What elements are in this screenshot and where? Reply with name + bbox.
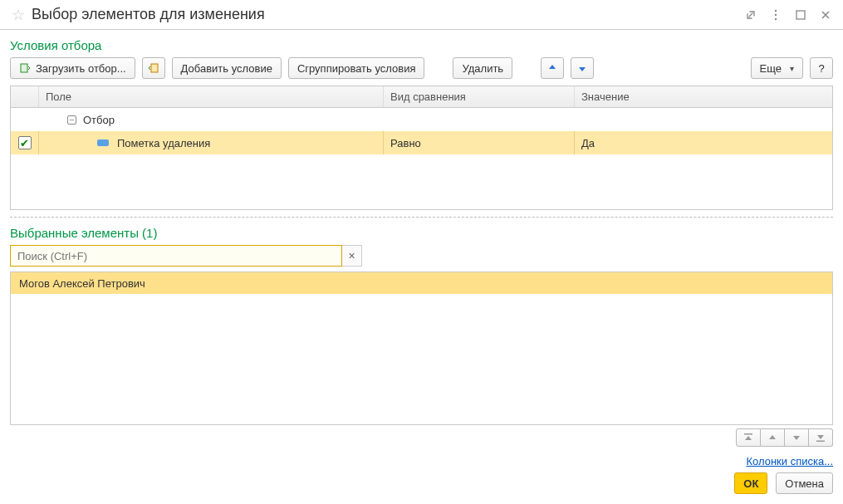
- import-icon: [19, 62, 31, 74]
- search-input[interactable]: [10, 245, 342, 267]
- row-compare: [384, 108, 575, 131]
- table-row[interactable]: Пометка удаления Равно Да: [11, 131, 832, 154]
- more-label: Еще: [760, 62, 782, 75]
- group-conditions-button[interactable]: Сгруппировать условия: [288, 57, 425, 79]
- maximize-icon[interactable]: [792, 6, 810, 24]
- svg-rect-4: [21, 64, 27, 72]
- move-top-button[interactable]: [736, 428, 761, 447]
- move-up-list-button[interactable]: [761, 428, 785, 447]
- ok-label: ОК: [743, 477, 758, 490]
- filter-table-header: Поле Вид сравнения Значение: [11, 86, 832, 108]
- field-icon: [97, 139, 109, 146]
- header-value[interactable]: Значение: [575, 86, 832, 107]
- row-field: Отбор: [83, 114, 115, 126]
- filter-table: Поле Вид сравнения Значение – Отбор: [10, 86, 833, 210]
- list-item-label: Могов Алексей Петрович: [19, 277, 145, 290]
- clear-search-button[interactable]: ×: [342, 245, 362, 267]
- svg-point-0: [775, 9, 777, 11]
- columns-link[interactable]: Колонки списка...: [746, 455, 833, 467]
- header-checkbox-col: [11, 86, 39, 107]
- load-filter-label: Загрузить отбор...: [36, 62, 126, 75]
- help-label: ?: [818, 62, 824, 75]
- close-icon[interactable]: [816, 6, 835, 24]
- header-compare[interactable]: Вид сравнения: [384, 86, 575, 107]
- add-condition-label: Добавить условие: [181, 62, 272, 75]
- move-down-list-button[interactable]: [785, 428, 809, 447]
- row-field: Пометка удаления: [117, 137, 210, 149]
- dialog-footer: ОК Отмена: [10, 472, 833, 494]
- svg-rect-3: [796, 11, 805, 19]
- export-icon: [148, 62, 159, 74]
- section-divider: [10, 217, 833, 218]
- load-filter-button[interactable]: Загрузить отбор...: [10, 57, 135, 79]
- arrow-down-icon: [577, 63, 587, 73]
- row-compare: Равно: [384, 131, 575, 154]
- save-filter-button[interactable]: [142, 57, 165, 79]
- filter-section-title: Условия отбора: [10, 38, 833, 52]
- sort-controls: [10, 428, 833, 447]
- header-field[interactable]: Поле: [39, 86, 384, 107]
- cancel-label: Отмена: [785, 477, 824, 490]
- table-row[interactable]: – Отбор: [11, 108, 832, 131]
- list-item[interactable]: Могов Алексей Петрович: [11, 272, 832, 294]
- arrow-up-icon: [547, 63, 557, 73]
- row-checkbox[interactable]: [18, 136, 32, 149]
- collapse-icon[interactable]: –: [67, 115, 76, 125]
- row-value: [575, 108, 832, 131]
- titlebar: ☆ Выбор элементов для изменения: [0, 0, 843, 30]
- window-title: Выбор элементов для изменения: [32, 6, 735, 23]
- more-button[interactable]: Еще: [751, 57, 803, 79]
- delete-label: Удалить: [462, 62, 503, 75]
- delete-button[interactable]: Удалить: [453, 57, 512, 79]
- selected-items-list[interactable]: Могов Алексей Петрович: [10, 272, 833, 425]
- kebab-menu-icon[interactable]: [767, 6, 785, 24]
- selected-section-title: Выбранные элементы (1): [10, 226, 833, 240]
- move-bottom-button[interactable]: [809, 428, 833, 447]
- arrow-top-icon: [743, 433, 753, 442]
- favorite-star-icon[interactable]: ☆: [12, 6, 25, 24]
- move-down-button[interactable]: [571, 57, 594, 79]
- cancel-button[interactable]: Отмена: [776, 472, 833, 494]
- move-up-button[interactable]: [541, 57, 564, 79]
- filter-toolbar: Загрузить отбор... Добавить условие Сгру…: [10, 57, 833, 79]
- group-conditions-label: Сгруппировать условия: [297, 62, 416, 75]
- arrow-bottom-icon: [816, 433, 826, 442]
- svg-point-2: [775, 17, 777, 19]
- arrow-up-icon: [767, 433, 777, 442]
- svg-rect-5: [151, 64, 158, 72]
- add-condition-button[interactable]: Добавить условие: [172, 57, 282, 79]
- row-value: Да: [575, 131, 832, 154]
- arrow-down-icon: [792, 433, 801, 442]
- svg-rect-7: [816, 441, 825, 443]
- link-icon[interactable]: [742, 6, 760, 24]
- svg-point-1: [775, 13, 777, 15]
- svg-rect-6: [744, 433, 752, 435]
- ok-button[interactable]: ОК: [734, 472, 767, 494]
- help-button[interactable]: ?: [810, 57, 833, 79]
